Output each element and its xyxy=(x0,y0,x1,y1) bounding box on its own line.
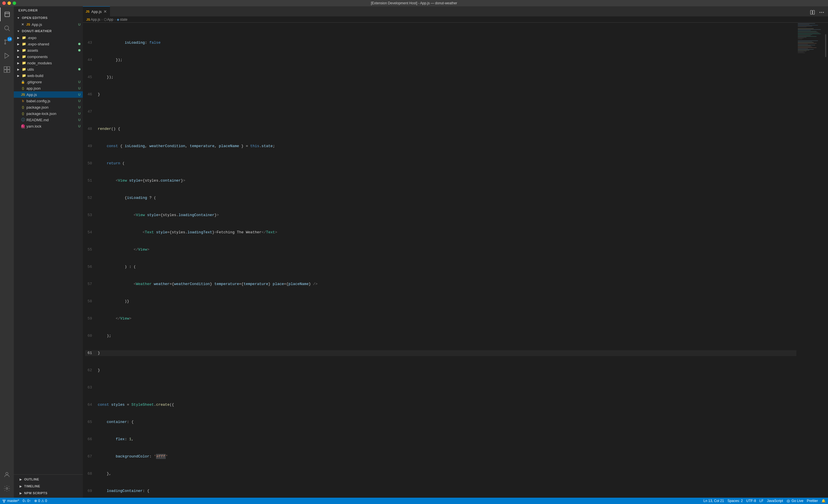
svg-rect-30 xyxy=(798,34,821,34)
svg-rect-19 xyxy=(798,23,815,24)
svg-rect-41 xyxy=(798,44,808,45)
folder-expo-shared[interactable]: ▶ 📁 .expo-shared xyxy=(14,41,83,47)
spaces-status[interactable]: Spaces: 2 xyxy=(728,499,743,503)
folder-web-build[interactable]: ▶ 📁 web-build xyxy=(14,73,83,79)
file-babelconfig[interactable]: b babel.config.js U xyxy=(14,98,83,104)
code-editor[interactable]: 43 isLoading: false 44 }); 45 }); 46 } xyxy=(83,23,796,498)
breadcrumb-class[interactable]: ⬡App xyxy=(104,17,113,21)
search-activity-icon[interactable] xyxy=(0,21,14,35)
svg-rect-49 xyxy=(798,51,806,51)
tab-close-icon[interactable]: ✕ xyxy=(104,9,107,13)
breadcrumb-member[interactable]: ◈state xyxy=(117,17,127,21)
tabs-bar: JS App.js ✕ xyxy=(83,6,828,16)
timeline-section[interactable]: ▶ TIMELINE xyxy=(14,483,83,490)
file-badge: U xyxy=(78,105,81,109)
folder-chevron: ▶ xyxy=(16,54,21,59)
open-editors-section[interactable]: ▼ OPEN EDITORS xyxy=(14,14,83,21)
line-code: } xyxy=(96,368,796,373)
file-packagelockjson[interactable]: {} package-lock.json U xyxy=(14,110,83,117)
split-editor-icon[interactable] xyxy=(809,8,817,16)
open-editors-label: OPEN EDITORS xyxy=(22,16,48,19)
prettier-status[interactable]: Prettier xyxy=(807,499,818,503)
code-line-49: 49 const { isLoading, weatherCondition, … xyxy=(85,143,796,149)
editor-content[interactable]: 43 isLoading: false 44 }); 45 }); 46 } xyxy=(83,23,828,498)
extensions-activity-icon[interactable] xyxy=(0,63,14,77)
modified-badge xyxy=(78,49,81,51)
js-file-icon: b xyxy=(21,99,25,103)
breadcrumb-file[interactable]: JSApp.js xyxy=(86,17,100,21)
project-section[interactable]: ▼ DONUT-WEATHER xyxy=(14,28,83,35)
file-appjson[interactable]: {} app.json U xyxy=(14,85,83,91)
line-code: </View> xyxy=(96,247,796,253)
folder-expo[interactable]: ▶ 📁 .expo xyxy=(14,35,83,41)
run-activity-icon[interactable] xyxy=(0,49,14,63)
line-col-status[interactable]: Ln 13, Col 21 xyxy=(704,499,724,503)
code-line-69: 69 loadingContainer: { xyxy=(85,488,796,494)
svg-rect-23 xyxy=(798,27,806,27)
open-file-appjs[interactable]: ✕ JS App.js U xyxy=(14,21,83,28)
line-number: 53 xyxy=(85,212,96,218)
svg-rect-11 xyxy=(4,70,7,73)
code-line-53: 53 <View style={styles.loadingContainer}… xyxy=(85,212,796,218)
tab-appjs[interactable]: JS App.js ✕ xyxy=(83,6,110,16)
file-packagejson[interactable]: {} package.json U xyxy=(14,104,83,110)
language-status[interactable]: JavaScript xyxy=(767,499,783,503)
svg-point-13 xyxy=(6,488,8,489)
go-live-status[interactable]: Go Live xyxy=(787,499,803,503)
line-number: 50 xyxy=(85,161,96,166)
svg-rect-24 xyxy=(798,29,814,29)
text-file-icon: 🔒 xyxy=(21,80,25,84)
line-number: 45 xyxy=(85,75,96,80)
line-number: 54 xyxy=(85,230,96,235)
sync-status[interactable]: 0↓ 0↑ xyxy=(23,499,31,503)
folder-node-modules[interactable]: ▶ 📁 node_modules xyxy=(14,60,83,66)
minimize-button[interactable] xyxy=(7,1,11,5)
file-readmemd[interactable]: ⓘ README.md U xyxy=(14,117,83,123)
svg-point-12 xyxy=(6,472,8,475)
code-line-56: 56 ) : ( xyxy=(85,264,796,270)
svg-rect-8 xyxy=(4,67,7,69)
account-activity-icon[interactable] xyxy=(0,468,14,482)
close-button[interactable] xyxy=(2,1,6,5)
line-code: container: { xyxy=(96,419,796,425)
titlebar-title: [Extension Development Host] - App.js — … xyxy=(371,1,457,5)
folder-assets[interactable]: ▶ 📁 assets xyxy=(14,47,83,53)
settings-activity-icon[interactable] xyxy=(0,482,14,495)
project-chevron: ▼ xyxy=(16,29,21,33)
file-gitignore[interactable]: 🔒 .gitignore U xyxy=(14,79,83,85)
code-line-64: 64 const styles = StyleSheet.create({ xyxy=(85,402,796,408)
outline-section[interactable]: ▶ OUTLINE xyxy=(14,476,83,483)
maximize-button[interactable] xyxy=(13,1,16,5)
more-actions-icon[interactable] xyxy=(818,8,826,16)
svg-line-3 xyxy=(8,30,10,31)
folder-icon: 📁 xyxy=(22,67,26,71)
md-file-icon: ⓘ xyxy=(21,118,25,122)
close-icon[interactable]: ✕ xyxy=(21,22,25,27)
folder-chevron: ▶ xyxy=(16,73,21,78)
folder-chevron: ▶ xyxy=(16,67,21,72)
folder-components[interactable]: ▶ 📁 components xyxy=(14,53,83,60)
code-line-59: 59 </View> xyxy=(85,316,796,322)
source-control-activity-icon[interactable]: 14 xyxy=(0,35,14,49)
open-file-badge: U xyxy=(78,23,81,26)
svg-rect-47 xyxy=(798,49,814,50)
line-code: ) : ( xyxy=(96,264,796,270)
titlebar-controls xyxy=(2,1,16,5)
file-appjs[interactable]: JS App.js U xyxy=(14,91,83,98)
folder-label: assets xyxy=(27,48,38,53)
line-ending-status[interactable]: LF xyxy=(759,499,763,503)
branch-status[interactable]: master* xyxy=(2,499,19,503)
svg-rect-43 xyxy=(798,46,811,46)
bell-status[interactable]: 🔔 xyxy=(821,499,826,503)
errors-status[interactable]: ⊗ 0 ⚠ 0 xyxy=(34,499,47,503)
folder-utils[interactable]: ▶ 📁 utils xyxy=(14,66,83,73)
explorer-activity-icon[interactable] xyxy=(0,7,14,21)
outline-chevron: ▶ xyxy=(18,477,23,482)
encoding-status[interactable]: UTF-8 xyxy=(746,499,756,503)
file-yarnlock[interactable]: 🧶 yarn.lock U xyxy=(14,123,83,129)
svg-rect-21 xyxy=(798,25,818,26)
file-badge: U xyxy=(78,93,81,96)
npm-scripts-section[interactable]: ▶ NPM SCRIPTS xyxy=(14,490,83,497)
line-code: <Weather weather={weatherCondition} temp… xyxy=(96,281,796,287)
file-label: babel.config.js xyxy=(27,99,78,103)
